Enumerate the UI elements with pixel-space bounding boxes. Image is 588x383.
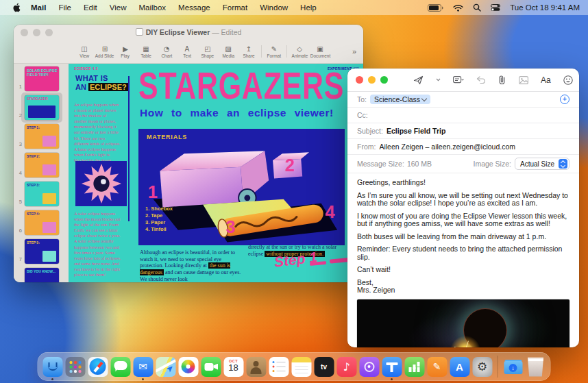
slide-thumbnail-6[interactable]: 6 STEP 4: <box>14 210 69 235</box>
menu-window[interactable]: Window <box>254 3 294 12</box>
dock-contacts[interactable] <box>246 353 267 380</box>
insert-photo-button[interactable] <box>513 72 535 88</box>
toolbar-media-button[interactable]: ▨Media <box>218 45 238 58</box>
token-chevron-icon <box>421 95 427 101</box>
dock-messages[interactable] <box>110 353 131 380</box>
control-center-icon[interactable] <box>491 4 500 11</box>
play-icon: ▶ <box>123 45 128 53</box>
dock-calendar[interactable]: OCT18 <box>223 353 244 380</box>
dock-reminders[interactable] <box>269 353 289 380</box>
dock-photos[interactable] <box>178 353 199 380</box>
dock-facetime[interactable] <box>201 353 221 380</box>
keynote-window-title: DIY Eclipse Viewer — Edited <box>14 28 363 36</box>
toolbar-chart-button[interactable]: ◔Chart <box>156 45 177 58</box>
header-fields-button[interactable] <box>447 72 470 88</box>
slide-thumbnail-5[interactable]: 5 STEP 3: <box>14 182 69 206</box>
dock-notes[interactable] <box>291 353 312 380</box>
menu-view[interactable]: View <box>103 3 133 12</box>
dock-launchpad[interactable] <box>65 353 86 380</box>
cc-field[interactable]: Cc: <box>347 107 579 123</box>
menu-message[interactable]: Message <box>172 3 217 12</box>
dock-music[interactable]: ♪ <box>336 353 357 380</box>
toolbar-text-button[interactable]: AText <box>177 45 197 58</box>
body-paragraph: As I’m sure you all know, we will be set… <box>357 192 569 208</box>
dock-numbers[interactable] <box>404 353 425 380</box>
slide-thumbnail-1[interactable]: 1 SOLAR ECLIPSE FIELD TRIP! <box>14 66 69 91</box>
keynote-icon <box>382 357 402 377</box>
subject-field[interactable]: Subject: Eclipse Field Trip <box>347 123 579 138</box>
toolbar-shape-button[interactable]: ◰Shape <box>197 45 218 58</box>
safari-icon <box>88 357 108 377</box>
from-field[interactable]: From: Aileen Zeigen – aileen.zeigen@iclo… <box>347 138 579 154</box>
toolbar-animate-button[interactable]: ◇Animate <box>289 45 310 58</box>
reminders-icon <box>269 357 289 377</box>
toolbar-table-button[interactable]: ▦Table <box>136 45 156 58</box>
dock-app-store[interactable]: A <box>450 353 470 380</box>
dock-system-settings[interactable]: ⚙ <box>472 353 493 380</box>
dock-podcasts[interactable] <box>359 353 380 380</box>
menu-format[interactable]: Format <box>217 3 254 12</box>
battery-icon[interactable] <box>428 4 443 12</box>
column-divider <box>128 76 130 221</box>
emoji-button[interactable] <box>557 72 579 88</box>
eclipse-attachment-image[interactable] <box>357 299 569 348</box>
launchpad-icon <box>65 357 85 377</box>
toolbar-add-slide-button[interactable]: ⊞Add Slide <box>95 45 115 58</box>
undo-icon <box>476 76 486 84</box>
step-arrow-segment <box>310 261 326 266</box>
slide-thumbnail-2-selected[interactable]: 2 STARGAZER <box>14 95 69 120</box>
slide-thumbnail-3[interactable]: 3 STEP 1: <box>14 124 69 149</box>
to-field[interactable]: To: Science-Class + <box>347 91 579 107</box>
slide-thumbnail-4[interactable]: 4 STEP 2: <box>14 153 69 177</box>
toolbar-play-button[interactable]: ▶Play <box>115 45 136 58</box>
message-body-editor[interactable]: Greetings, earthlings! As I’m sure you a… <box>347 173 579 295</box>
toolbar-overflow-button[interactable]: » <box>352 47 356 55</box>
mail-minimize-button[interactable] <box>368 76 376 84</box>
toolbar-view-button[interactable]: ◫View <box>74 45 95 58</box>
menu-edit[interactable]: Edit <box>77 3 103 12</box>
image-size-select[interactable]: Actual Size <box>515 158 569 170</box>
menu-mail[interactable]: Mail <box>25 3 52 12</box>
dock-trash[interactable] <box>526 353 546 380</box>
add-recipient-button[interactable]: + <box>560 95 569 104</box>
wifi-icon[interactable] <box>453 4 463 12</box>
dock-pages[interactable]: ✎ <box>427 353 448 380</box>
dock-mail[interactable]: ✉ <box>133 353 154 380</box>
recipient-token[interactable]: Science-Class <box>370 95 430 104</box>
dock-finder[interactable] <box>42 353 63 380</box>
dock-safari[interactable] <box>88 353 108 380</box>
menu-clock[interactable]: Tue Oct 18 9:41 AM <box>510 3 580 12</box>
pages-icon: ✎ <box>427 357 447 377</box>
menu-file[interactable]: File <box>52 3 77 12</box>
menu-mailbox[interactable]: Mailbox <box>132 3 172 12</box>
toolbar-document-button[interactable]: ▣Document <box>310 45 330 58</box>
spotlight-search-icon[interactable] <box>473 3 481 12</box>
materials-list: 1. Shoebox 2. Tape 3. Paper 4. Tinfoil <box>145 206 173 233</box>
attach-button[interactable] <box>492 72 513 88</box>
toolbar-format-button[interactable]: ✎Format <box>264 45 284 58</box>
apple-menu[interactable] <box>8 3 25 12</box>
undo-button[interactable] <box>470 72 492 88</box>
send-icon <box>413 75 424 85</box>
finder-icon <box>42 357 62 377</box>
mail-zoom-button[interactable] <box>380 76 388 84</box>
slide-subtitle: How to make an eclipse viewer! <box>140 107 363 119</box>
messages-icon <box>110 357 130 377</box>
slide-thumbnail-7[interactable]: 7 STEP 5: <box>14 239 69 264</box>
menu-help[interactable]: Help <box>294 3 323 12</box>
trash-icon <box>526 357 546 377</box>
send-button[interactable] <box>407 72 430 88</box>
slide-canvas[interactable]: SCIENCE 4.2 EXPERIMENT #11 WHAT IS AN EC… <box>69 64 363 282</box>
send-options-chevron[interactable] <box>430 72 447 88</box>
format-button[interactable]: Aa <box>535 72 557 88</box>
mail-close-button[interactable] <box>356 76 363 84</box>
dock-maps[interactable] <box>156 353 176 380</box>
dock-keynote[interactable] <box>382 353 402 380</box>
dock-tv[interactable]: tv <box>314 353 334 380</box>
photos-icon <box>178 357 198 377</box>
eclipse-highlight: ECLIPSE? <box>88 83 128 91</box>
keynote-toolbar: ◫View ⊞Add Slide ▶Play ▦Table ◔Chart ATe… <box>14 40 363 64</box>
toolbar-share-button[interactable]: ↥Share <box>238 45 259 58</box>
dock-downloads[interactable]: ↓ <box>503 353 524 380</box>
slide-thumbnail-8[interactable]: 8 DID YOU KNOW... <box>14 268 69 282</box>
